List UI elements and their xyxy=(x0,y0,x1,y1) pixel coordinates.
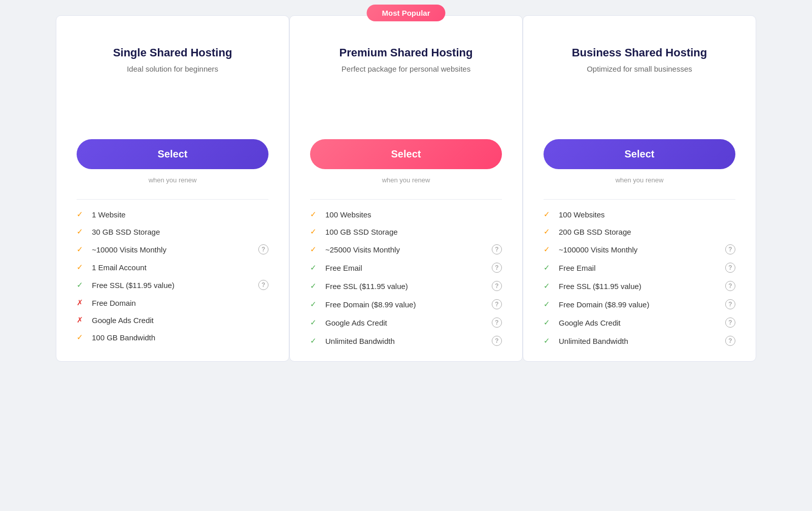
help-icon[interactable]: ? xyxy=(725,317,735,328)
feature-check-icon: ✓ xyxy=(544,263,554,272)
feature-text: 100 GB Bandwidth xyxy=(92,333,268,342)
feature-item: ✓ ~100000 Visits Monthly ? xyxy=(544,244,735,254)
feature-check-icon: ✓ xyxy=(544,210,554,219)
feature-item: ✓ Free Domain ($8.99 value) ? xyxy=(310,299,502,309)
plan-card-business: Business Shared Hosting Optimized for sm… xyxy=(523,15,756,362)
feature-check-icon: ✓ xyxy=(310,281,320,291)
feature-check-icon: ✓ xyxy=(544,227,554,236)
feature-check-icon: ✓ xyxy=(77,333,87,342)
divider-single xyxy=(77,199,268,200)
feature-text: 100 Websites xyxy=(325,210,502,219)
feature-text: 30 GB SSD Storage xyxy=(92,228,268,236)
feature-check-icon: ✓ xyxy=(310,318,320,327)
feature-item: ✓ Free Email ? xyxy=(544,263,735,273)
plan-subtitle-premium: Perfect package for personal websites xyxy=(310,65,502,73)
feature-item: ✓ 100 Websites xyxy=(544,210,735,219)
feature-text: 100 GB SSD Storage xyxy=(325,228,502,236)
feature-item: ✓ 1 Email Account xyxy=(77,263,268,272)
feature-list-business: ✓ 100 Websites ✓ 200 GB SSD Storage ✓ ~1… xyxy=(544,210,735,346)
feature-check-icon: ✓ xyxy=(77,263,87,272)
plan-title-premium: Premium Shared Hosting xyxy=(310,46,502,59)
feature-item: ✓ ~10000 Visits Monthly ? xyxy=(77,244,268,254)
feature-text: Free Domain ($8.99 value) xyxy=(559,300,720,309)
feature-check-icon: ✓ xyxy=(310,210,320,219)
feature-text: Free Email xyxy=(325,264,487,272)
feature-item: ✓ Free Email ? xyxy=(310,263,502,273)
feature-check-icon: ✓ xyxy=(310,263,320,272)
help-icon[interactable]: ? xyxy=(492,299,502,309)
feature-text: Free SSL ($11.95 value) xyxy=(92,281,253,290)
plan-title-business: Business Shared Hosting xyxy=(544,46,735,59)
feature-item: ✗ Free Domain xyxy=(77,298,268,307)
feature-check-icon: ✓ xyxy=(544,300,554,309)
select-button-premium[interactable]: Select xyxy=(310,139,502,169)
feature-list-premium: ✓ 100 Websites ✓ 100 GB SSD Storage ✓ ~2… xyxy=(310,210,502,346)
feature-item: ✓ Unlimited Bandwidth ? xyxy=(544,336,735,346)
help-icon[interactable]: ? xyxy=(725,244,735,254)
feature-item: ✓ ~25000 Visits Monthly ? xyxy=(310,244,502,254)
feature-check-icon: ✓ xyxy=(544,318,554,327)
feature-item: ✗ Google Ads Credit xyxy=(77,315,268,325)
divider-premium xyxy=(310,199,502,200)
feature-check-icon: ✗ xyxy=(77,298,87,307)
plan-card-premium: Most Popular Premium Shared Hosting Perf… xyxy=(289,15,523,362)
feature-text: Free SSL ($11.95 value) xyxy=(325,282,487,291)
help-icon[interactable]: ? xyxy=(492,263,502,273)
feature-check-icon: ✓ xyxy=(77,245,87,254)
feature-check-icon: ✓ xyxy=(310,300,320,309)
feature-text: Google Ads Credit xyxy=(559,318,720,327)
select-button-single[interactable]: Select xyxy=(77,139,268,169)
feature-text: 200 GB SSD Storage xyxy=(559,228,735,236)
feature-item: ✓ 100 GB SSD Storage xyxy=(310,227,502,236)
pricing-table: Single Shared Hosting Ideal solution for… xyxy=(56,15,756,362)
help-icon[interactable]: ? xyxy=(725,281,735,291)
feature-item: ✓ 1 Website xyxy=(77,210,268,219)
feature-item: ✓ 100 Websites xyxy=(310,210,502,219)
feature-check-icon: ✓ xyxy=(77,280,87,290)
help-icon[interactable]: ? xyxy=(258,244,268,254)
feature-check-icon: ✓ xyxy=(77,227,87,236)
feature-text: 1 Email Account xyxy=(92,263,268,272)
feature-text: Unlimited Bandwidth xyxy=(559,337,720,345)
feature-item: ✓ 30 GB SSD Storage xyxy=(77,227,268,236)
feature-text: Google Ads Credit xyxy=(92,316,268,325)
feature-check-icon: ✓ xyxy=(310,336,320,345)
feature-text: Unlimited Bandwidth xyxy=(325,337,487,345)
feature-item: ✓ Free Domain ($8.99 value) ? xyxy=(544,299,735,309)
feature-text: ~10000 Visits Monthly xyxy=(92,245,253,254)
feature-list-single: ✓ 1 Website ✓ 30 GB SSD Storage ✓ ~10000… xyxy=(77,210,268,342)
feature-check-icon: ✓ xyxy=(544,281,554,291)
feature-text: Free Domain ($8.99 value) xyxy=(325,300,487,309)
help-icon[interactable]: ? xyxy=(492,336,502,346)
feature-text: Google Ads Credit xyxy=(325,318,487,327)
feature-text: Free Domain xyxy=(92,299,268,307)
feature-check-icon: ✓ xyxy=(544,336,554,345)
feature-text: Free SSL ($11.95 value) xyxy=(559,282,720,291)
feature-text: 1 Website xyxy=(92,210,268,219)
help-icon[interactable]: ? xyxy=(258,280,268,290)
help-icon[interactable]: ? xyxy=(492,244,502,254)
feature-item: ✓ Google Ads Credit ? xyxy=(310,317,502,328)
renew-text-single: when you renew xyxy=(77,176,268,184)
feature-text: ~100000 Visits Monthly xyxy=(559,245,720,254)
plan-title-single: Single Shared Hosting xyxy=(77,46,268,59)
feature-item: ✓ Google Ads Credit ? xyxy=(544,317,735,328)
feature-item: ✓ Unlimited Bandwidth ? xyxy=(310,336,502,346)
popular-badge: Most Popular xyxy=(366,5,445,21)
select-button-business[interactable]: Select xyxy=(544,139,735,169)
feature-text: ~25000 Visits Monthly xyxy=(325,245,487,254)
renew-text-premium: when you renew xyxy=(310,176,502,184)
renew-text-business: when you renew xyxy=(544,176,735,184)
feature-check-icon: ✓ xyxy=(77,210,87,219)
help-icon[interactable]: ? xyxy=(725,263,735,273)
help-icon[interactable]: ? xyxy=(725,299,735,309)
help-icon[interactable]: ? xyxy=(492,317,502,328)
help-icon[interactable]: ? xyxy=(725,336,735,346)
divider-business xyxy=(544,199,735,200)
feature-item: ✓ Free SSL ($11.95 value) ? xyxy=(544,281,735,291)
help-icon[interactable]: ? xyxy=(492,281,502,291)
feature-text: 100 Websites xyxy=(559,210,735,219)
plan-subtitle-business: Optimized for small businesses xyxy=(544,65,735,73)
feature-item: ✓ Free SSL ($11.95 value) ? xyxy=(77,280,268,290)
feature-check-icon: ✗ xyxy=(77,315,87,325)
